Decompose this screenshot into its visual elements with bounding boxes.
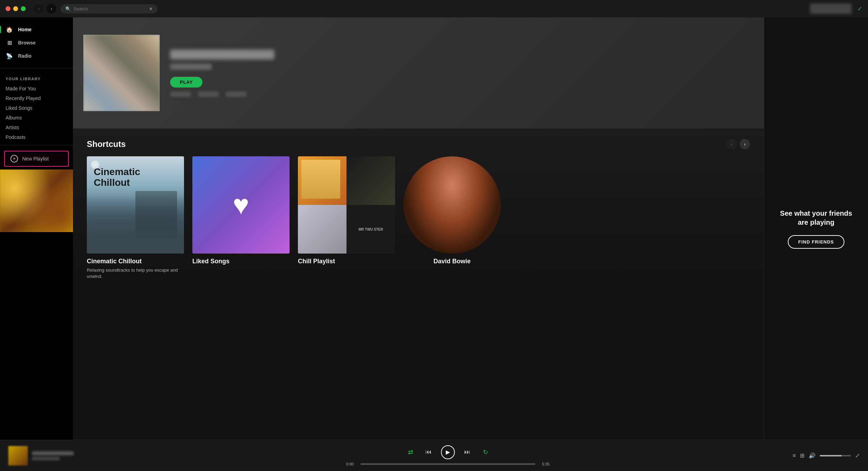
current-time: 0:00 xyxy=(344,462,356,466)
hero-meta-item-3 xyxy=(226,92,247,97)
sidebar-item-made-for-you[interactable]: Made For You xyxy=(0,84,73,93)
minimize-button[interactable] xyxy=(13,6,18,11)
chill-art-q2 xyxy=(347,156,395,205)
shortcuts-nav-arrows: ‹ › xyxy=(726,139,750,149)
liked-heart-icon: ♥ xyxy=(233,189,249,221)
shortcut-title-cinematic: Cinematic Chillout xyxy=(87,258,184,265)
sidebar-nav: 🏠 Home ⊞ Browse 📡 Radio xyxy=(0,20,73,65)
queue-button[interactable]: ≡ xyxy=(793,453,796,459)
chill-art-q1 xyxy=(298,156,347,205)
artists-label: Artists xyxy=(6,125,19,130)
previous-button[interactable]: ⏮ xyxy=(423,447,434,458)
radio-icon: 📡 xyxy=(6,52,13,60)
search-input[interactable] xyxy=(74,6,146,11)
player-track-artist xyxy=(32,457,60,460)
cinematic-chillout-image: Cinematic Chillout xyxy=(87,156,184,254)
sidebar-item-albums[interactable]: Albums xyxy=(0,113,73,123)
forward-button[interactable]: › xyxy=(47,4,56,14)
made-for-you-label: Made For You xyxy=(6,86,36,91)
hero-meta-item-2 xyxy=(198,92,219,97)
sidebar-item-liked-songs[interactable]: Liked Songs xyxy=(0,103,73,113)
shortcuts-section: Shortcuts ‹ › Cinematic Chillout xyxy=(73,129,764,290)
chill-face xyxy=(301,160,340,199)
liked-songs-gradient: ♥ xyxy=(192,156,290,254)
library-section-title: YOUR LIBRARY xyxy=(0,71,73,84)
sidebar-item-recently-played[interactable]: Recently Played xyxy=(0,93,73,103)
hero-title xyxy=(170,50,274,59)
fullscreen-button[interactable]: ⤢ xyxy=(855,452,860,459)
liked-songs-label: Liked Songs xyxy=(6,105,32,111)
shuffle-icon: ⇄ xyxy=(91,160,99,169)
progress-bar[interactable] xyxy=(360,463,535,465)
cinematic-line2: Chillout xyxy=(94,177,140,188)
new-playlist-button[interactable]: + New Playlist xyxy=(4,151,69,167)
play-pause-button[interactable]: ▶ xyxy=(441,445,455,459)
shortcut-title-bowie: David Bowie xyxy=(403,258,501,265)
sidebar-item-radio[interactable]: 📡 Radio xyxy=(6,49,67,63)
cinematic-line1: Cinematic xyxy=(94,167,140,177)
shortcut-art-david-bowie xyxy=(403,156,501,254)
title-bar-right: ✓ xyxy=(810,3,862,14)
devices-button[interactable]: ⊞ xyxy=(800,452,804,459)
shortcut-card-chill-playlist[interactable]: MR TWU STER Chill Playlist xyxy=(298,156,395,280)
hero-album-art[interactable] xyxy=(83,35,160,111)
volume-bar[interactable] xyxy=(820,455,851,456)
sidebar: 🏠 Home ⊞ Browse 📡 Radio YOUR LIBRARY Mad… xyxy=(0,17,73,440)
player-buttons: ⇄ ⏮ ▶ ⏭ ↻ xyxy=(405,445,491,459)
sidebar-item-home[interactable]: 🏠 Home xyxy=(6,23,67,36)
albums-label: Albums xyxy=(6,115,22,121)
nav-arrows: ‹ › xyxy=(34,4,56,14)
shortcuts-prev-button[interactable]: ‹ xyxy=(726,139,737,149)
next-button[interactable]: ⏭ xyxy=(462,447,473,458)
player-track-text xyxy=(32,451,74,460)
shortcut-card-cinematic-chillout[interactable]: Cinematic Chillout ⇄ Cinematic Chillout … xyxy=(87,156,184,280)
sidebar-divider-2 xyxy=(0,145,73,145)
player-controls: ⇄ ⏮ ▶ ⏭ ↻ 0:00 5:35 xyxy=(140,445,756,466)
browse-icon: ⊞ xyxy=(6,39,13,47)
volume-button[interactable]: 🔊 xyxy=(809,452,816,459)
player-track-name xyxy=(32,451,74,455)
player-progress: 0:00 5:35 xyxy=(344,462,552,466)
shortcuts-grid: Cinematic Chillout ⇄ Cinematic Chillout … xyxy=(87,156,750,280)
hero-subtitle xyxy=(170,64,212,70)
player-track-info xyxy=(8,446,133,465)
back-button[interactable]: ‹ xyxy=(34,4,44,14)
sidebar-divider-1 xyxy=(0,68,73,68)
home-icon: 🏠 xyxy=(6,26,13,33)
search-bar[interactable]: 🔍 ✕ xyxy=(60,4,158,14)
sidebar-item-artists[interactable]: Artists xyxy=(0,123,73,132)
volume-fill xyxy=(820,455,842,456)
hero-album-art-image xyxy=(83,35,160,111)
shuffle-button[interactable]: ⇄ xyxy=(405,447,416,458)
shortcuts-title: Shortcuts xyxy=(87,139,126,149)
close-button[interactable] xyxy=(6,6,10,11)
recently-played-label: Recently Played xyxy=(6,96,41,101)
repeat-button[interactable]: ↻ xyxy=(480,447,491,458)
chill-playlist-grid: MR TWU STER xyxy=(298,156,395,254)
sidebar-item-podcasts[interactable]: Podcasts xyxy=(0,132,73,142)
shortcut-card-liked-songs[interactable]: ♥ Liked Songs xyxy=(192,156,290,280)
sidebar-item-browse[interactable]: ⊞ Browse xyxy=(6,36,67,49)
new-playlist-label: New Playlist xyxy=(22,156,49,162)
right-panel-title: See what your friends are playing xyxy=(775,209,858,227)
sidebar-item-browse-label: Browse xyxy=(18,40,36,46)
shortcut-card-david-bowie[interactable]: David Bowie xyxy=(403,156,501,280)
maximize-button[interactable] xyxy=(21,6,26,11)
user-avatar[interactable] xyxy=(810,3,852,14)
hero-meta-item-1 xyxy=(170,92,191,97)
david-bowie-image xyxy=(403,156,501,254)
traffic-lights xyxy=(6,6,26,11)
hero-play-button[interactable]: PLAY xyxy=(170,77,202,88)
player-track-thumbnail xyxy=(8,446,28,465)
new-playlist-icon: + xyxy=(10,155,18,163)
sidebar-playlist-thumbnail[interactable] xyxy=(0,170,73,232)
shortcuts-next-button[interactable]: › xyxy=(740,139,750,149)
hero-section: PLAY xyxy=(73,17,764,129)
search-clear-icon[interactable]: ✕ xyxy=(149,6,153,11)
shortcut-title-chill: Chill Playlist xyxy=(298,258,395,265)
right-panel: See what your friends are playing FIND F… xyxy=(764,17,868,440)
cinematic-chillout-text: Cinematic Chillout xyxy=(94,167,140,188)
find-friends-button[interactable]: FIND FRIENDS xyxy=(788,235,844,249)
sidebar-item-radio-label: Radio xyxy=(18,53,32,59)
chill-art-q4: MR TWU STER xyxy=(347,205,395,254)
